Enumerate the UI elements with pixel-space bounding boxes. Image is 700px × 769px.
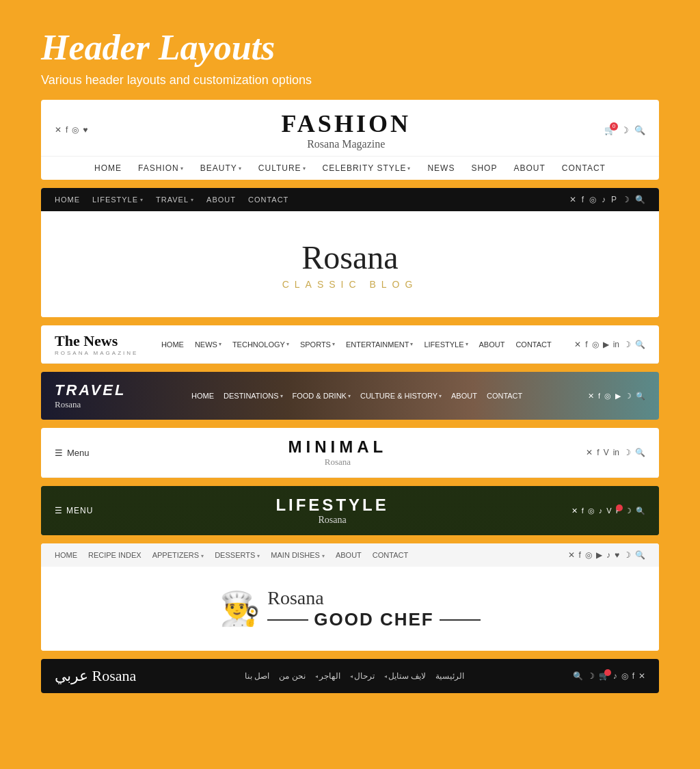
- travel-nav: HOME DESTINATIONS ▾ FOOD & DRINK ▾ CULTU…: [191, 392, 522, 400]
- minimal-menu-button[interactable]: ☰ Menu: [55, 448, 90, 458]
- facebook-icon: f: [598, 392, 600, 401]
- nav-home[interactable]: HOME: [94, 163, 122, 173]
- arabic-nav-item-6[interactable]: اصل بنا: [245, 671, 269, 681]
- vimeo-icon: V: [606, 507, 611, 515]
- classic-nav-contact[interactable]: CONTACT: [248, 195, 288, 204]
- travel-nav-destinations[interactable]: DESTINATIONS ▾: [224, 392, 282, 400]
- chef-nav-desserts[interactable]: DESSERTS ▾: [215, 551, 260, 559]
- instagram-icon: ◎: [621, 671, 628, 681]
- nav-about[interactable]: ABOUT: [513, 163, 545, 173]
- travel-nav-culture[interactable]: CULTURE & HISTORY ▾: [360, 392, 442, 400]
- news-nav-home[interactable]: HOME: [161, 340, 184, 349]
- youtube-icon: ▶: [596, 550, 602, 560]
- page-subtitle: Various header layouts and customization…: [41, 73, 659, 87]
- twitter-icon: ✕: [586, 448, 593, 457]
- nav-culture[interactable]: CULTURE ▾: [258, 163, 306, 173]
- classic-nav-lifestyle[interactable]: LIFESTYLE ▾: [92, 195, 144, 204]
- fashion-logo-main: FASHION: [282, 109, 411, 138]
- facebook-icon: f: [597, 448, 599, 457]
- arabic-nav-item-5[interactable]: نحن من: [279, 671, 305, 681]
- chef-logo: 👨‍🍳 Rosana GOOD CHEF: [55, 587, 645, 630]
- search-icon: 🔍: [635, 550, 645, 560]
- news-nav-entertainment[interactable]: ENTERTAINMENT ▾: [346, 340, 414, 349]
- heart-icon: ♥: [83, 125, 88, 135]
- nav-contact[interactable]: CONTACT: [562, 163, 606, 173]
- search-icon: 🔍: [635, 195, 645, 204]
- arabic-header-card: 🔍 ☽ 🛒 ♪ ◎ f ✕ الرئيسية لايف ستايل ◂ ترحا…: [41, 659, 659, 693]
- chef-top-nav: HOME RECIPE INDEX APPETIZERS ▾ DESSERTS …: [41, 543, 659, 567]
- arabic-nav-item-4[interactable]: الهاجر ◂: [315, 671, 340, 681]
- news-nav-technology[interactable]: TECHNOLOGY ▾: [232, 340, 289, 349]
- nav-celebrity-style[interactable]: CELEBRITY STYLE ▾: [323, 163, 412, 173]
- pinterest-badge: P: [616, 507, 621, 515]
- tiktok-icon: ♪: [613, 671, 617, 681]
- news-header-card: The News ROSANA MAGAZINE HOME NEWS ▾ TEC…: [41, 325, 659, 364]
- fashion-logo-sub: Rosana Magazine: [282, 138, 411, 150]
- twitter-icon: ✕: [571, 507, 578, 515]
- instagram-icon: ◎: [72, 125, 79, 135]
- classic-logo-script: Rosana: [55, 239, 645, 276]
- chef-nav-about[interactable]: ABOUT: [336, 551, 362, 559]
- linkedin-icon: in: [613, 340, 619, 349]
- news-nav: HOME NEWS ▾ TECHNOLOGY ▾ SPORTS ▾ ENTERT…: [161, 340, 552, 349]
- nav-news[interactable]: NEWS: [427, 163, 455, 173]
- travel-logo-main: TRAVEL: [55, 381, 126, 399]
- news-nav-lifestyle[interactable]: LIFESTYLE ▾: [424, 340, 468, 349]
- travel-nav-about[interactable]: ABOUT: [451, 392, 477, 400]
- chef-nav-appetizers[interactable]: APPETIZERS ▾: [152, 551, 204, 559]
- news-nav-news[interactable]: NEWS ▾: [195, 340, 221, 349]
- nav-shop[interactable]: SHOP: [471, 163, 497, 173]
- fashion-right-icons: 🛒 0 ☽ 🔍: [604, 125, 645, 135]
- youtube-icon: ▶: [603, 340, 609, 349]
- lifestyle-menu-button[interactable]: ☰ MENU: [55, 506, 93, 515]
- twitter-icon: ✕: [574, 340, 581, 349]
- lifestyle-header-card: ☰ MENU LIFESTYLE Rosana ✕ f ◎ ♪ V P ☽ 🔍: [41, 486, 659, 535]
- classic-nav-travel[interactable]: TRAVEL ▾: [156, 195, 194, 204]
- tiktok-icon: ♪: [599, 507, 603, 515]
- lifestyle-header-bar: ☰ MENU LIFESTYLE Rosana ✕ f ◎ ♪ V P ☽ 🔍: [41, 486, 659, 535]
- nav-fashion[interactable]: FASHION ▾: [138, 163, 184, 173]
- news-nav-sports[interactable]: SPORTS ▾: [300, 340, 335, 349]
- travel-nav-contact[interactable]: CONTACT: [487, 392, 522, 400]
- classic-nav-home[interactable]: HOME: [55, 195, 80, 204]
- classic-nav-about[interactable]: ABOUT: [206, 195, 236, 204]
- nav-beauty[interactable]: BEAUTY ▾: [200, 163, 242, 173]
- classic-social-icons: ✕ f ◎ ♪ P ☽ 🔍: [569, 195, 645, 204]
- chef-divider-2: [440, 619, 481, 621]
- arabic-nav-item-3[interactable]: ترحال ◂: [350, 671, 375, 681]
- news-nav-contact[interactable]: CONTACT: [515, 340, 551, 349]
- lifestyle-logo-main: LIFESTYLE: [275, 496, 388, 515]
- chef-nav-recipe[interactable]: RECIPE INDEX: [88, 551, 142, 559]
- chef-nav-main-dishes[interactable]: MAIN DISHES ▾: [271, 551, 325, 559]
- arabic-nav-item-1[interactable]: الرئيسية: [435, 671, 464, 681]
- lifestyle-social-icons: ✕ f ◎ ♪ V P ☽ 🔍: [571, 507, 645, 515]
- chef-nav-home[interactable]: HOME: [55, 551, 77, 559]
- travel-logo: TRAVEL Rosana: [55, 381, 126, 410]
- instagram-icon: ◎: [604, 392, 611, 401]
- arabic-nav-item-2[interactable]: لايف ستايل ◂: [384, 671, 426, 681]
- moon-icon: ☽: [623, 550, 631, 560]
- news-social-icons: ✕ f ◎ ▶ in ☽ 🔍: [574, 340, 645, 349]
- facebook-icon: f: [582, 195, 584, 204]
- twitter-icon: ✕: [638, 671, 645, 681]
- search-icon: 🔍: [635, 448, 645, 457]
- news-nav-about[interactable]: ABOUT: [479, 340, 505, 349]
- search-icon: 🔍: [636, 392, 645, 401]
- minimal-logo: MINIMAL Rosana: [288, 437, 388, 468]
- lifestyle-logo: LIFESTYLE Rosana: [275, 496, 388, 526]
- page-header: Header Layouts Various header layouts an…: [41, 27, 659, 87]
- arabic-nav: الرئيسية لايف ستايل ◂ ترحال ◂ الهاجر ◂ ن…: [245, 671, 464, 681]
- classic-logo-sub: CLASSIC BLOG: [55, 279, 645, 290]
- instagram-icon: ◎: [585, 550, 592, 560]
- chef-logo-line: GOOD CHEF: [267, 609, 480, 630]
- cart-count: [604, 669, 611, 676]
- travel-social-icons: ✕ f ◎ ▶ ☽ 🔍: [588, 392, 645, 401]
- chef-nav-contact[interactable]: CONTACT: [373, 551, 408, 559]
- chef-header-card: HOME RECIPE INDEX APPETIZERS ▾ DESSERTS …: [41, 543, 659, 651]
- travel-nav-food[interactable]: FOOD & DRINK ▾: [293, 392, 351, 400]
- hamburger-icon: ☰: [55, 506, 63, 515]
- travel-logo-sub: Rosana: [55, 399, 126, 410]
- moon-icon: ☽: [623, 340, 631, 349]
- search-icon: 🔍: [636, 507, 645, 515]
- travel-nav-home[interactable]: HOME: [191, 392, 214, 400]
